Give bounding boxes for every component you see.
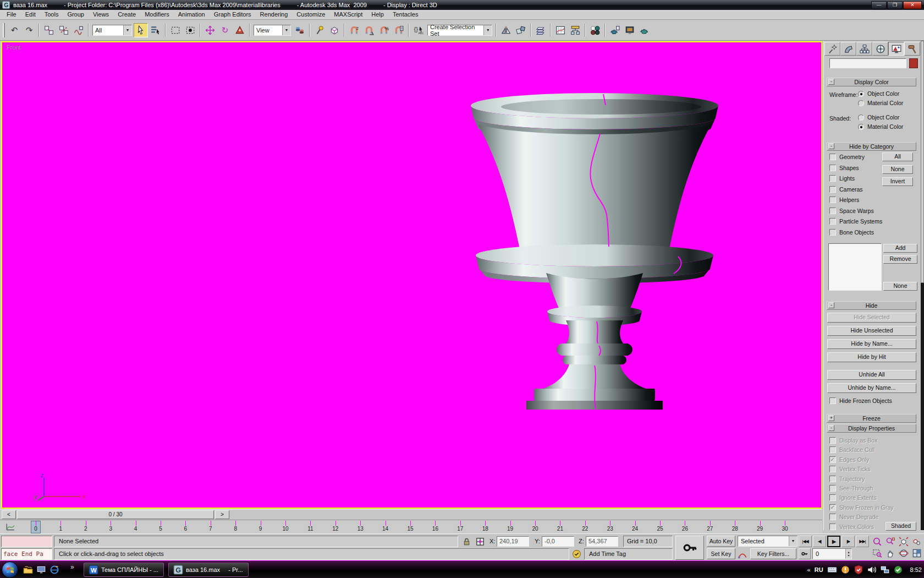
time-spinner[interactable]: ▲▼ bbox=[845, 549, 851, 559]
reference-coordinate-system-dropdown[interactable]: View▼ bbox=[254, 25, 291, 36]
key-mode-dropdown[interactable]: Selected ▼ bbox=[738, 536, 798, 547]
hide-by-hit-button[interactable]: Hide by Hit bbox=[827, 352, 916, 362]
radio-selected[interactable] bbox=[858, 124, 864, 130]
menu-item-create[interactable]: Create bbox=[113, 10, 140, 19]
menu-item-rendering[interactable]: Rendering bbox=[256, 10, 293, 19]
set-key-button[interactable]: Set Key bbox=[707, 548, 735, 559]
keyboard-shortcut-override-icon[interactable] bbox=[327, 23, 342, 37]
collapse-icon[interactable]: - bbox=[828, 79, 834, 85]
checkbox[interactable] bbox=[829, 397, 836, 404]
checkbox[interactable] bbox=[829, 218, 836, 225]
menu-item-maxscript[interactable]: MAXScript bbox=[329, 10, 367, 19]
category-invert-button[interactable]: Invert bbox=[882, 177, 913, 186]
quick-launch-more-icon[interactable]: » bbox=[70, 563, 74, 571]
clock[interactable]: 8:52 bbox=[910, 566, 922, 573]
render-setup-icon[interactable] bbox=[608, 23, 622, 37]
maxscript-listener-line[interactable]: face End Pa bbox=[1, 548, 52, 560]
rollout-header-display-properties[interactable]: - Display Properties bbox=[827, 424, 916, 433]
select-by-name-icon[interactable] bbox=[148, 23, 163, 37]
shaded-button[interactable]: Shaded bbox=[886, 522, 916, 531]
menu-item-views[interactable]: Views bbox=[89, 10, 113, 19]
checkbox[interactable] bbox=[829, 154, 836, 160]
radio[interactable] bbox=[858, 114, 864, 121]
key-mode-toggle-button[interactable] bbox=[799, 548, 811, 559]
x-coordinate-field[interactable]: 240,19 bbox=[497, 536, 529, 547]
unhide-all-button[interactable]: Unhide All bbox=[827, 370, 916, 380]
viewport-label[interactable]: Front bbox=[7, 44, 21, 51]
category-checkbox-cameras[interactable]: Cameras bbox=[829, 186, 863, 193]
exclusion-list-add-button[interactable]: Add bbox=[883, 244, 917, 253]
zoom-extents-all-icon[interactable] bbox=[910, 536, 923, 547]
track-bar[interactable]: 0123456789101112131415161718192021222324… bbox=[0, 520, 822, 533]
unhide-by-name-button[interactable]: Unhide by Name... bbox=[827, 383, 916, 393]
security-shield-icon[interactable] bbox=[854, 565, 864, 575]
checkbox[interactable] bbox=[829, 175, 836, 182]
start-button[interactable] bbox=[2, 561, 18, 578]
next-frame-icon[interactable]: |▶ bbox=[842, 536, 855, 547]
current-time-field[interactable]: 0 ▲▼ bbox=[812, 548, 852, 559]
tab-hierarchy[interactable] bbox=[856, 42, 872, 56]
rendered-frame-window-icon[interactable] bbox=[623, 23, 637, 37]
menu-item-tools[interactable]: Tools bbox=[40, 10, 63, 19]
new-key-tangent-icon[interactable] bbox=[738, 549, 747, 559]
menu-item-help[interactable]: Help bbox=[367, 10, 388, 19]
task-button-ваза-16-max-pr[interactable]: Gваза 16.max - Pr... bbox=[168, 563, 249, 577]
object-name-field[interactable] bbox=[829, 58, 906, 68]
edit-named-selection-sets-icon[interactable]: {}ABC bbox=[411, 23, 426, 37]
percent-snap-icon[interactable]: % bbox=[377, 23, 391, 37]
rollout-header-freeze[interactable]: + Freeze bbox=[827, 414, 916, 423]
panel-scrollbar[interactable] bbox=[921, 41, 924, 530]
curve-editor-icon[interactable] bbox=[553, 23, 568, 37]
show-desktop-icon[interactable] bbox=[36, 565, 46, 575]
exclusion-list-none-button[interactable]: None bbox=[883, 282, 917, 291]
time-slider[interactable]: 0 / 30 bbox=[17, 510, 214, 519]
zoom-icon[interactable] bbox=[871, 536, 884, 547]
play-icon[interactable]: ▶ bbox=[827, 536, 840, 547]
hide-by-name-button[interactable]: Hide by Name... bbox=[827, 339, 916, 349]
select-and-move-icon[interactable] bbox=[203, 23, 217, 37]
menu-item-tentacles[interactable]: Tentacles bbox=[388, 10, 422, 19]
update-shield-icon[interactable] bbox=[840, 565, 850, 575]
status-ok-icon[interactable] bbox=[893, 565, 903, 575]
hide-frozen-objects-checkbox[interactable]: Hide Frozen Objects bbox=[829, 397, 892, 404]
exclusion-list-remove-button[interactable]: Remove bbox=[883, 255, 917, 264]
zoom-extents-icon[interactable] bbox=[897, 536, 910, 547]
menu-item-graph-editors[interactable]: Graph Editors bbox=[210, 10, 256, 19]
keyboard-layout-icon[interactable] bbox=[827, 565, 837, 575]
checkbox[interactable] bbox=[829, 165, 836, 171]
category-checkbox-lights[interactable]: Lights bbox=[829, 175, 855, 182]
network-icon[interactable] bbox=[880, 565, 890, 575]
undo-icon[interactable]: ↶ bbox=[7, 23, 21, 37]
expand-icon[interactable]: + bbox=[828, 415, 834, 421]
menu-item-customize[interactable]: Customize bbox=[292, 10, 329, 19]
radio[interactable] bbox=[858, 100, 864, 106]
layer-manager-icon[interactable] bbox=[534, 23, 548, 37]
category-all-button[interactable]: All bbox=[882, 152, 913, 161]
category-none-button[interactable]: None bbox=[882, 165, 913, 174]
vase-object[interactable] bbox=[469, 91, 720, 411]
select-and-manipulate-icon[interactable] bbox=[312, 23, 327, 37]
tab-create[interactable] bbox=[824, 42, 840, 56]
select-and-link-icon[interactable] bbox=[42, 23, 56, 37]
minimize-button[interactable]: — bbox=[871, 1, 887, 9]
schematic-view-icon[interactable] bbox=[568, 23, 582, 37]
volume-icon[interactable] bbox=[867, 565, 877, 575]
shaded-material-color-option[interactable]: Material Color bbox=[858, 123, 903, 130]
redo-icon[interactable]: ↷ bbox=[22, 23, 36, 37]
ie-icon[interactable] bbox=[50, 565, 59, 575]
wireframe-material-color-option[interactable]: Material Color bbox=[858, 100, 903, 106]
task-button-тема-сплайны[interactable]: WТема СПЛАЙНЫ - ... bbox=[84, 563, 164, 577]
menu-item-animation[interactable]: Animation bbox=[174, 10, 210, 19]
viewport-front[interactable]: Front bbox=[1, 41, 822, 509]
chevron-down-icon[interactable]: ▼ bbox=[789, 536, 797, 546]
chevron-down-icon[interactable]: ▼ bbox=[483, 25, 492, 35]
category-checkbox-helpers[interactable]: Helpers bbox=[829, 197, 859, 203]
collapse-icon[interactable]: - bbox=[828, 143, 834, 149]
time-slider-next-button[interactable]: > bbox=[215, 510, 229, 519]
mini-curve-editor-icon[interactable] bbox=[6, 522, 15, 532]
checkbox[interactable] bbox=[829, 186, 836, 193]
select-object-icon[interactable] bbox=[134, 23, 148, 37]
folders-icon[interactable] bbox=[23, 565, 33, 575]
menu-item-edit[interactable]: Edit bbox=[21, 10, 40, 19]
unlink-selection-icon[interactable] bbox=[57, 23, 71, 37]
